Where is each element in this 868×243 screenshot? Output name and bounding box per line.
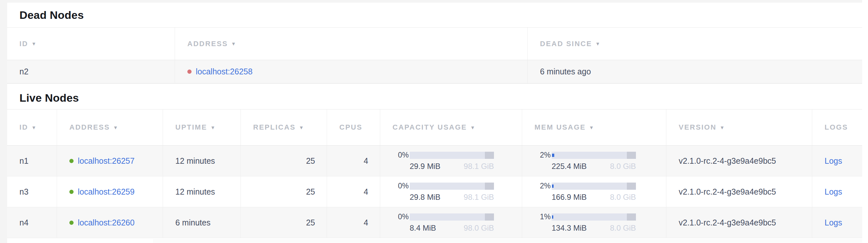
sort-desc-icon: ▼: [589, 125, 594, 130]
top-gutter: [7, 0, 862, 3]
version-value: v2.1.0-rc.2-4-g3e9a4e9bc5: [679, 187, 776, 196]
column-header-replicas[interactable]: REPLICAS ▼: [241, 109, 327, 145]
live-node-row: n3 localhost:26259 12 minutes 25 4 0%: [7, 177, 862, 207]
node-id: n2: [20, 67, 29, 76]
replicas-cell: 25: [241, 177, 327, 207]
capacity-percent-label: 0%: [392, 151, 409, 160]
logs-link[interactable]: Logs: [825, 156, 842, 166]
version-cell: v2.1.0-rc.2-4-g3e9a4e9bc5: [666, 177, 812, 207]
cpus-value: 4: [364, 218, 368, 227]
node-address-link[interactable]: localhost:26259: [78, 187, 134, 196]
logs-link[interactable]: Logs: [825, 187, 842, 196]
version-cell: v2.1.0-rc.2-4-g3e9a4e9bc5: [666, 145, 812, 176]
column-header-address[interactable]: ADDRESS ▼: [57, 109, 163, 145]
dead-node-row: n2 localhost:26258 6 minutes ago: [7, 60, 862, 83]
dead-status-icon: [187, 70, 191, 74]
capacity-usage-cell: 0% 29.9 MiB 98.1 GiB: [380, 145, 522, 176]
live-nodes-body: n1 localhost:26257 12 minutes 25 4 0%: [7, 145, 862, 238]
cpus-cell: 4: [327, 207, 380, 238]
capacity-bar-end-segment: [485, 213, 494, 221]
capacity-bar: [410, 213, 494, 221]
dead-nodes-title: Dead Nodes: [7, 3, 862, 28]
uptime-value: 12 minutes: [175, 187, 215, 196]
column-header-capacity-usage[interactable]: CAPACITY USAGE ▼: [380, 109, 522, 145]
live-status-icon: [69, 221, 73, 225]
replicas-value: 25: [306, 156, 315, 166]
column-header-cpus: CPUS ▼: [327, 109, 380, 145]
dead-since-cell: 6 minutes ago: [528, 60, 862, 83]
column-header-address[interactable]: ADDRESS ▼: [175, 28, 528, 60]
node-id: n1: [20, 156, 29, 166]
sort-desc-icon: ▼: [113, 125, 118, 130]
capacity-usage-widget: 0% 29.8 MiB 98.1 GiB: [392, 182, 494, 202]
live-status-icon: [69, 159, 73, 163]
capacity-usage-cell: 0% 29.8 MiB 98.1 GiB: [380, 177, 522, 207]
mem-total-value: 8.0 GiB: [610, 193, 636, 202]
uptime-cell: 12 minutes: [163, 145, 241, 176]
mem-percent-label: 1%: [534, 213, 551, 221]
mem-total-value: 8.0 GiB: [610, 162, 636, 171]
mem-usage-cell: 2% 225.4 MiB 8.0 GiB: [522, 145, 666, 176]
column-header-dead-since[interactable]: DEAD SINCE ▼: [528, 28, 862, 60]
cpus-cell: 4: [327, 145, 380, 176]
node-id-cell: n3: [7, 177, 57, 207]
uptime-cell: 6 minutes: [163, 207, 241, 238]
column-header-id[interactable]: ID ▼: [7, 109, 57, 145]
node-id: n4: [20, 218, 29, 227]
version-value: v2.1.0-rc.2-4-g3e9a4e9bc5: [679, 156, 776, 166]
capacity-bar-end-segment: [485, 183, 494, 190]
mem-usage-widget: 2% 166.9 MiB 8.0 GiB: [534, 182, 636, 202]
sort-desc-icon: ▼: [299, 125, 304, 130]
capacity-usage-widget: 0% 29.9 MiB 98.1 GiB: [392, 151, 494, 171]
column-header-mem-usage[interactable]: MEM USAGE ▼: [522, 109, 666, 145]
column-header-logs: LOGS ▼: [812, 109, 862, 145]
mem-bar: [552, 152, 636, 159]
sort-desc-icon: ▼: [31, 41, 36, 47]
dead-nodes-header-row: ID ▼ ADDRESS ▼ DEAD SINCE ▼: [7, 28, 862, 60]
node-id-cell: n1: [7, 145, 57, 176]
node-address-cell: localhost:26257: [57, 145, 163, 176]
sort-desc-icon: ▼: [470, 125, 475, 130]
logs-cell: Logs: [812, 177, 862, 207]
live-nodes-title: Live Nodes: [7, 83, 862, 109]
capacity-used-value: 29.9 MiB: [410, 162, 440, 171]
mem-bar-used-segment: [552, 154, 554, 157]
mem-used-value: 225.4 MiB: [552, 162, 587, 171]
replicas-value: 25: [306, 218, 315, 227]
nodes-overview-page: Dead Nodes ID ▼ ADDRESS ▼ DEAD SINCE ▼ n…: [0, 0, 868, 243]
uptime-value: 12 minutes: [175, 156, 215, 166]
capacity-usage-cell: 0% 8.4 MiB 98.0 GiB: [380, 207, 522, 238]
logs-cell: Logs: [812, 145, 862, 176]
logs-link[interactable]: Logs: [825, 218, 842, 227]
column-header-uptime[interactable]: UPTIME ▼: [163, 109, 241, 145]
replicas-cell: 25: [241, 145, 327, 176]
mem-bar-end-segment: [627, 183, 636, 190]
column-header-version[interactable]: VERSION ▼: [666, 109, 812, 145]
node-address-link[interactable]: localhost:26257: [78, 156, 134, 166]
left-gutter: [0, 0, 7, 243]
version-cell: v2.1.0-rc.2-4-g3e9a4e9bc5: [666, 207, 812, 238]
live-status-icon: [69, 190, 73, 194]
dead-since-value: 6 minutes ago: [540, 67, 591, 76]
node-address-link[interactable]: localhost:26260: [78, 218, 134, 227]
capacity-used-value: 29.8 MiB: [410, 193, 440, 202]
cpus-cell: 4: [327, 177, 380, 207]
table-bottom-strip: [7, 238, 862, 243]
version-value: v2.1.0-rc.2-4-g3e9a4e9bc5: [679, 218, 776, 227]
column-header-id[interactable]: ID ▼: [7, 28, 175, 60]
mem-usage-cell: 1% 134.3 MiB 8.0 GiB: [522, 207, 666, 238]
live-node-row: n4 localhost:26260 6 minutes 25 4 0%: [7, 207, 862, 238]
mem-bar-end-segment: [627, 213, 636, 221]
node-id-cell: n2: [7, 60, 175, 83]
capacity-percent-label: 0%: [392, 182, 409, 190]
replicas-cell: 25: [241, 207, 327, 238]
mem-usage-widget: 2% 225.4 MiB 8.0 GiB: [534, 151, 636, 171]
nodes-card: Dead Nodes ID ▼ ADDRESS ▼ DEAD SINCE ▼ n…: [7, 3, 862, 243]
mem-usage-widget: 1% 134.3 MiB 8.0 GiB: [534, 213, 636, 233]
capacity-bar: [410, 152, 494, 159]
live-nodes-header-row: ID ▼ ADDRESS ▼ UPTIME ▼ REPLICAS ▼ CPUS …: [7, 109, 862, 145]
capacity-total-value: 98.1 GiB: [464, 193, 494, 202]
mem-percent-label: 2%: [534, 151, 551, 160]
uptime-value: 6 minutes: [175, 218, 210, 227]
node-address-link[interactable]: localhost:26258: [196, 67, 252, 76]
